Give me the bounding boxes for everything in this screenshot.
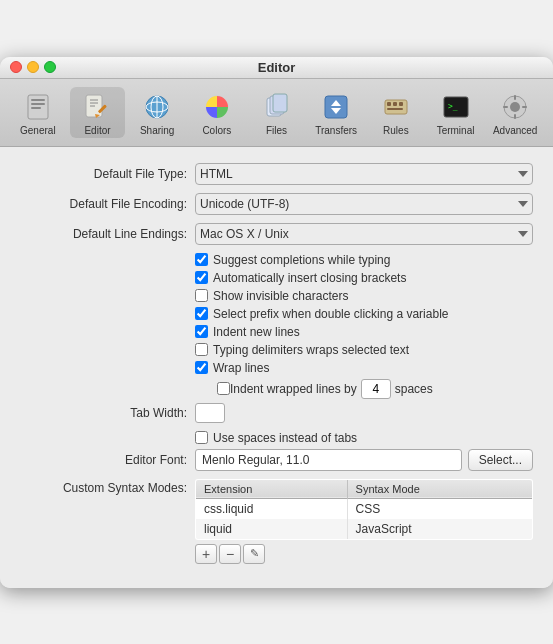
toolbar-item-sharing[interactable]: Sharing	[129, 87, 185, 138]
syntax-table-row[interactable]: css.liquidCSS	[196, 498, 533, 519]
use-spaces-section: Use spaces instead of tabs	[195, 431, 533, 445]
svg-rect-24	[387, 108, 403, 110]
indent-wrapped-prefix-label: Indent wrapped lines by	[230, 382, 357, 396]
svg-point-28	[510, 102, 520, 112]
indent-new-lines-row: Indent new lines	[195, 325, 533, 339]
select-font-button[interactable]: Select...	[468, 449, 533, 471]
default-file-encoding-label: Default File Encoding:	[20, 197, 195, 211]
terminal-label: Terminal	[437, 125, 475, 136]
syntax-table-row[interactable]: liquidJavaScript	[196, 519, 533, 540]
window-title: Editor	[258, 60, 296, 75]
checkboxes-section: Suggest completions while typing Automat…	[195, 253, 533, 399]
svg-rect-1	[31, 99, 45, 101]
select-prefix-row: Select prefix when double clicking a var…	[195, 307, 533, 321]
suggest-completions-row: Suggest completions while typing	[195, 253, 533, 267]
default-file-type-label: Default File Type:	[20, 167, 195, 181]
typing-delimiters-checkbox[interactable]	[195, 343, 208, 356]
close-button[interactable]	[10, 61, 22, 73]
add-syntax-button[interactable]: +	[195, 544, 217, 564]
sharing-icon	[141, 91, 173, 123]
wrap-lines-row: Wrap lines	[195, 361, 533, 375]
transfers-icon	[320, 91, 352, 123]
svg-rect-3	[31, 107, 41, 109]
editor-label: Editor	[84, 125, 110, 136]
terminal-icon: >_	[440, 91, 472, 123]
advanced-icon	[499, 91, 531, 123]
suggest-completions-checkbox[interactable]	[195, 253, 208, 266]
default-file-encoding-select[interactable]: Unicode (UTF-8)	[195, 193, 533, 215]
toolbar-item-rules[interactable]: Rules	[368, 87, 424, 138]
indent-wrapped-checkbox[interactable]	[217, 382, 230, 395]
indent-wrapped-suffix-label: spaces	[395, 382, 433, 396]
svg-rect-32	[522, 106, 527, 108]
rules-label: Rules	[383, 125, 409, 136]
syntax-table-wrapper: Extension Syntax Mode css.liquidCSSliqui…	[195, 479, 533, 564]
editor-font-section: Editor Font: Menlo Regular, 11.0 Select.…	[20, 449, 533, 471]
toolbar-item-terminal[interactable]: >_ Terminal	[428, 87, 484, 138]
select-prefix-label: Select prefix when double clicking a var…	[213, 307, 448, 321]
editor-font-label: Editor Font:	[20, 453, 195, 467]
default-file-type-row: Default File Type: HTML	[20, 163, 533, 185]
default-line-endings-row: Default Line Endings: Mac OS X / Unix	[20, 223, 533, 245]
indent-new-lines-label: Indent new lines	[213, 325, 300, 339]
general-icon	[22, 91, 54, 123]
toolbar-item-transfers[interactable]: Transfers	[308, 87, 364, 138]
syntax-mode-cell: JavaScript	[347, 519, 532, 540]
advanced-label: Advanced	[493, 125, 537, 136]
toolbar-item-editor[interactable]: Editor	[70, 87, 126, 138]
toolbar: General Editor	[0, 79, 553, 147]
content-area: Default File Type: HTML Default File Enc…	[0, 147, 553, 588]
syntax-table-buttons: + − ✎	[195, 544, 533, 564]
show-invisible-row: Show invisible characters	[195, 289, 533, 303]
svg-text:>_: >_	[448, 102, 458, 111]
minimize-button[interactable]	[27, 61, 39, 73]
default-line-endings-select[interactable]: Mac OS X / Unix	[195, 223, 533, 245]
colors-label: Colors	[202, 125, 231, 136]
toolbar-item-colors[interactable]: Colors	[189, 87, 245, 138]
tab-width-input[interactable]: 4	[195, 403, 225, 423]
default-file-encoding-row: Default File Encoding: Unicode (UTF-8)	[20, 193, 533, 215]
auto-closing-brackets-checkbox[interactable]	[195, 271, 208, 284]
toolbar-item-advanced[interactable]: Advanced	[487, 87, 543, 138]
syntax-table-header-row: Extension Syntax Mode	[196, 479, 533, 498]
custom-syntax-label: Custom Syntax Modes:	[20, 479, 195, 495]
typing-delimiters-label: Typing delimiters wraps selected text	[213, 343, 409, 357]
svg-rect-31	[503, 106, 508, 108]
edit-syntax-button[interactable]: ✎	[243, 544, 265, 564]
toolbar-item-files[interactable]: Files	[249, 87, 305, 138]
syntax-modes-section: Custom Syntax Modes: Extension Syntax Mo…	[20, 479, 533, 564]
typing-delimiters-row: Typing delimiters wraps selected text	[195, 343, 533, 357]
colors-icon	[201, 91, 233, 123]
syntax-table: Extension Syntax Mode css.liquidCSSliqui…	[195, 479, 533, 540]
svg-rect-23	[399, 102, 403, 106]
traffic-lights	[10, 61, 56, 73]
show-invisible-checkbox[interactable]	[195, 289, 208, 302]
use-spaces-row: Use spaces instead of tabs	[195, 431, 533, 445]
titlebar: Editor	[0, 57, 553, 79]
svg-rect-22	[393, 102, 397, 106]
svg-rect-30	[514, 114, 516, 119]
auto-closing-brackets-row: Automatically insert closing brackets	[195, 271, 533, 285]
toolbar-item-general[interactable]: General	[10, 87, 66, 138]
show-invisible-label: Show invisible characters	[213, 289, 348, 303]
svg-rect-16	[273, 94, 287, 112]
extension-cell: liquid	[196, 519, 348, 540]
maximize-button[interactable]	[44, 61, 56, 73]
remove-syntax-button[interactable]: −	[219, 544, 241, 564]
default-file-type-select[interactable]: HTML	[195, 163, 533, 185]
suggest-completions-label: Suggest completions while typing	[213, 253, 390, 267]
tab-width-label: Tab Width:	[20, 406, 195, 420]
indent-new-lines-checkbox[interactable]	[195, 325, 208, 338]
tab-width-section: Tab Width: 4	[20, 403, 533, 423]
select-prefix-checkbox[interactable]	[195, 307, 208, 320]
indent-wrapped-input[interactable]: 4	[361, 379, 391, 399]
editor-font-display: Menlo Regular, 11.0	[195, 449, 462, 471]
wrap-lines-checkbox[interactable]	[195, 361, 208, 374]
svg-rect-2	[31, 103, 45, 105]
editor-window: Editor General	[0, 57, 553, 588]
auto-closing-brackets-label: Automatically insert closing brackets	[213, 271, 406, 285]
extension-cell: css.liquid	[196, 498, 348, 519]
use-spaces-label: Use spaces instead of tabs	[213, 431, 357, 445]
use-spaces-checkbox[interactable]	[195, 431, 208, 444]
rules-icon	[380, 91, 412, 123]
